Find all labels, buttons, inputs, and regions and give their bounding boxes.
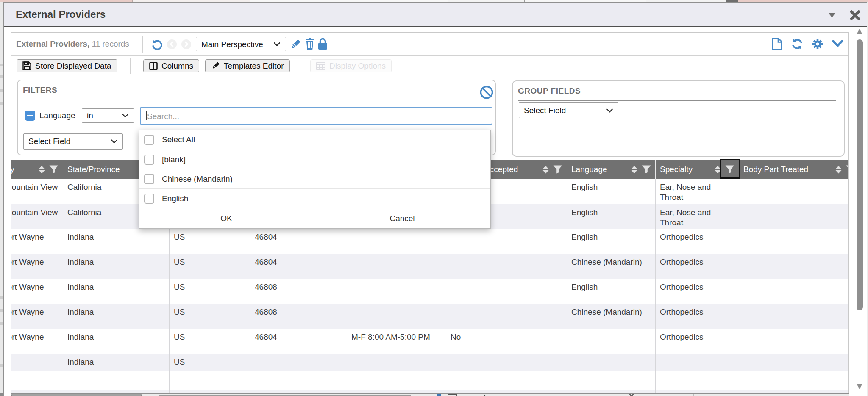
table-cell (739, 179, 848, 204)
templates-editor-label: Templates Editor (224, 61, 284, 71)
columns-button[interactable]: Columns (143, 59, 199, 72)
table-cell (739, 229, 848, 254)
filter-option-english[interactable]: English (139, 188, 490, 208)
sort-icon[interactable] (631, 166, 638, 174)
table-cell: Ear, Nose and Throat (655, 179, 739, 204)
column-header-body-part-treated[interactable]: Body Part Treated (739, 160, 848, 179)
chevron-down-icon (273, 42, 281, 47)
filter-option-label: [blank] (162, 155, 186, 164)
filter-search-placeholder: Search... (147, 112, 179, 121)
filter-option-label: Select All (162, 135, 195, 144)
horizontal-scrollbar-thumb[interactable] (11, 394, 142, 396)
group-fields-title: GROUP FIELDS (518, 86, 581, 96)
delete-perspective-button[interactable] (304, 38, 315, 50)
undo-button[interactable] (151, 39, 163, 50)
scrollbar-down-arrow[interactable] (857, 384, 863, 389)
table-cell (739, 354, 848, 371)
table-row[interactable]: Fort WayneIndianaUS46808EnglishOrthopedi… (11, 279, 848, 304)
filter-search-input[interactable]: Search... (140, 107, 492, 125)
clear-filters-button[interactable] (480, 86, 493, 99)
filter-operator-select[interactable]: in (82, 108, 134, 123)
add-filter-field-select[interactable]: Select Field (23, 133, 123, 150)
table-cell (567, 329, 655, 354)
perspective-select[interactable]: Main Perspective (196, 37, 286, 51)
filter-option--blank-[interactable]: [blank] (139, 150, 490, 169)
templates-editor-button[interactable]: Templates Editor (205, 59, 290, 72)
dialog-menu-button[interactable] (820, 3, 843, 27)
table-cell (567, 390, 655, 393)
cancel-button[interactable]: Cancel (314, 208, 490, 228)
filter-funnel-icon[interactable] (49, 165, 58, 174)
settings-button[interactable] (812, 38, 823, 50)
sort-icon[interactable] (542, 166, 549, 174)
dialog-titlebar: External Providers (4, 3, 867, 27)
checkbox[interactable] (144, 155, 154, 165)
display-options-button[interactable]: Display Options (310, 59, 392, 72)
table-cell: US (169, 304, 250, 329)
table-cell: US (169, 329, 250, 354)
table-cell (11, 390, 63, 393)
scrollbar-up-arrow[interactable] (857, 29, 863, 34)
lock-perspective-button[interactable] (318, 38, 328, 50)
filter-funnel-icon[interactable] (846, 165, 848, 174)
refresh-button[interactable] (791, 38, 803, 50)
specialty-filter-focus-outline (720, 159, 740, 179)
filter-option-select-all[interactable]: Select All (139, 130, 490, 150)
table-cell (739, 304, 848, 329)
filter-field-label: Language (39, 111, 75, 120)
table-cell (11, 354, 63, 371)
table-cell: Indiana (63, 279, 169, 304)
column-header-label: City (11, 165, 14, 174)
table-cell: 46808 (250, 279, 347, 304)
table-row[interactable]: Fort WayneIndianaUS46804M-F 8:00 AM-5:00… (11, 329, 848, 354)
store-displayed-data-label: Store Displayed Data (35, 61, 111, 71)
column-header-city[interactable]: City (11, 160, 63, 179)
store-displayed-data-button[interactable]: Store Displayed Data (17, 59, 117, 72)
footer-blue-icon-fragment (437, 394, 441, 396)
table-row[interactable]: Fort WayneIndianaUS46804Chinese (Mandari… (11, 254, 848, 279)
previous-perspective-button[interactable] (167, 39, 177, 49)
table-row[interactable]: Fort WayneIndianaUS46804EnglishOrthopedi… (11, 229, 848, 254)
sort-icon[interactable] (38, 166, 45, 174)
edit-perspective-button[interactable] (290, 38, 301, 50)
next-perspective-button[interactable] (181, 39, 191, 49)
remove-filter-button[interactable] (25, 111, 35, 121)
filter-funnel-icon[interactable] (642, 165, 651, 174)
table-cell: Orthopedics (655, 254, 739, 279)
filter-funnel-icon[interactable] (553, 165, 562, 174)
checkbox[interactable] (144, 174, 154, 184)
table-cell: Fort Wayne (11, 229, 63, 254)
sort-icon[interactable] (835, 166, 842, 174)
ok-button[interactable]: OK (139, 208, 314, 228)
table-row[interactable]: IndianaUS (11, 354, 848, 371)
toolbar-separator (142, 36, 143, 53)
dialog-close-button[interactable] (843, 3, 867, 27)
table-row[interactable]: Fort WayneIndianaUS46808Chinese (Mandari… (11, 304, 848, 329)
filter-option-label: English (162, 194, 188, 203)
vertical-scrollbar-thumb[interactable] (857, 39, 863, 310)
filters-title: FILTERS (23, 86, 57, 95)
checkbox[interactable] (144, 135, 154, 145)
table-icon (316, 62, 326, 70)
column-header-language[interactable]: Language (567, 160, 655, 179)
group-field-select[interactable]: Select Field (519, 102, 618, 118)
table-cell (567, 354, 655, 371)
document-icon (772, 38, 783, 50)
table-cell (655, 354, 739, 371)
undo-icon (151, 39, 163, 50)
checkbox[interactable] (144, 194, 154, 204)
grid-action-icons (772, 38, 843, 50)
export-button[interactable] (772, 38, 783, 50)
filter-option-chinese-mandarin-[interactable]: Chinese (Mandarin) (139, 169, 490, 188)
collapse-toolbar-button[interactable] (832, 39, 843, 49)
table-row[interactable] (11, 371, 848, 390)
background-bottom-left-fragment (0, 393, 3, 396)
table-cell (347, 279, 446, 304)
table-cell: English (567, 204, 655, 229)
table-cell: English (567, 179, 655, 204)
table-cell: Fort Wayne (11, 254, 63, 279)
table-cell: Chinese (Mandarin) (567, 304, 655, 329)
table-cell: Chinese (Mandarin) (567, 254, 655, 279)
table-row[interactable] (11, 390, 848, 393)
table-cell (446, 354, 567, 371)
